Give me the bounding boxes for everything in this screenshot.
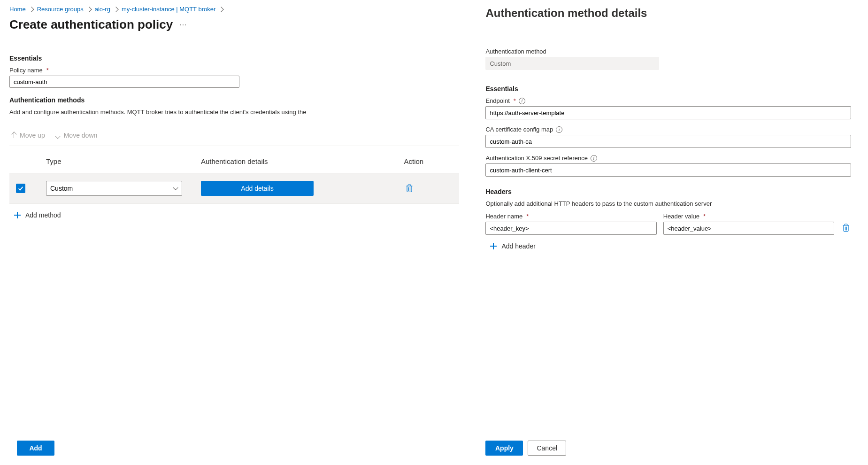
- method-type-select[interactable]: Custom: [46, 181, 182, 196]
- col-type: Type: [46, 157, 201, 165]
- header-value-input[interactable]: [663, 222, 834, 235]
- headers-heading: Headers: [485, 188, 851, 195]
- header-name-input[interactable]: [485, 222, 656, 235]
- delete-header-button[interactable]: [840, 222, 852, 234]
- method-value-display: [485, 57, 659, 70]
- breadcrumb: Home Resource groups aio-rg my-cluster-i…: [9, 6, 459, 13]
- trash-icon: [842, 224, 850, 232]
- x509-label: Authentication X.509 secret reference i: [485, 155, 851, 162]
- move-up-button[interactable]: Move up: [11, 132, 45, 139]
- add-details-button[interactable]: Add details: [201, 181, 314, 196]
- header-value-label: Header value*: [663, 213, 834, 220]
- more-menu-icon[interactable]: ···: [179, 21, 187, 29]
- essentials-heading: Essentials: [9, 54, 459, 62]
- delete-row-button[interactable]: [404, 182, 415, 194]
- endpoint-input[interactable]: [485, 106, 851, 119]
- reorder-toolbar: Move up Move down: [9, 128, 459, 146]
- chevron-right-icon: [86, 7, 92, 12]
- x509-secret-input[interactable]: [485, 163, 851, 177]
- chevron-right-icon: [219, 7, 224, 12]
- trash-icon: [406, 184, 413, 193]
- headers-description: Optionally add additional HTTP headers t…: [485, 200, 851, 207]
- policy-name-label: Policy name*: [9, 67, 459, 74]
- arrow-up-icon: [11, 132, 17, 138]
- row-checkbox[interactable]: [16, 184, 25, 193]
- arrow-down-icon: [55, 132, 61, 138]
- breadcrumb-item[interactable]: Resource groups: [37, 6, 84, 13]
- policy-name-input[interactable]: [9, 76, 239, 88]
- add-button[interactable]: Add: [17, 441, 54, 456]
- header-name-label: Header name*: [485, 213, 656, 220]
- col-action: Action: [404, 157, 455, 165]
- page-title: Create authentication policy: [9, 17, 173, 32]
- plus-icon: [14, 212, 21, 218]
- apply-button[interactable]: Apply: [485, 441, 523, 456]
- details-title: Authentication method details: [485, 7, 851, 20]
- col-details: Authentication details: [201, 157, 404, 165]
- breadcrumb-item[interactable]: aio-rg: [95, 6, 110, 13]
- chevron-right-icon: [113, 7, 118, 12]
- add-header-link[interactable]: Add header: [485, 235, 851, 253]
- info-icon[interactable]: i: [591, 155, 597, 162]
- methods-description: Add and configure authentication methods…: [9, 108, 459, 116]
- breadcrumb-item[interactable]: Home: [9, 6, 26, 13]
- breadcrumb-item[interactable]: my-cluster-instance | MQTT broker: [122, 6, 215, 13]
- info-icon[interactable]: i: [556, 126, 562, 133]
- methods-row: Custom Add details: [9, 173, 459, 204]
- methods-table-header: Type Authentication details Action: [9, 146, 459, 173]
- method-label: Authentication method: [485, 48, 851, 55]
- endpoint-label: Endpoint* i: [485, 97, 851, 104]
- add-method-link[interactable]: Add method: [9, 204, 459, 222]
- move-down-button[interactable]: Move down: [55, 132, 98, 139]
- ca-config-map-input[interactable]: [485, 135, 851, 148]
- info-icon[interactable]: i: [519, 98, 525, 104]
- chevron-right-icon: [29, 7, 34, 12]
- cancel-button[interactable]: Cancel: [528, 441, 566, 456]
- plus-icon: [490, 243, 497, 249]
- details-essentials-heading: Essentials: [485, 85, 851, 93]
- checkmark-icon: [17, 185, 24, 192]
- methods-heading: Authentication methods: [9, 96, 459, 104]
- ca-label: CA certificate config map i: [485, 126, 851, 133]
